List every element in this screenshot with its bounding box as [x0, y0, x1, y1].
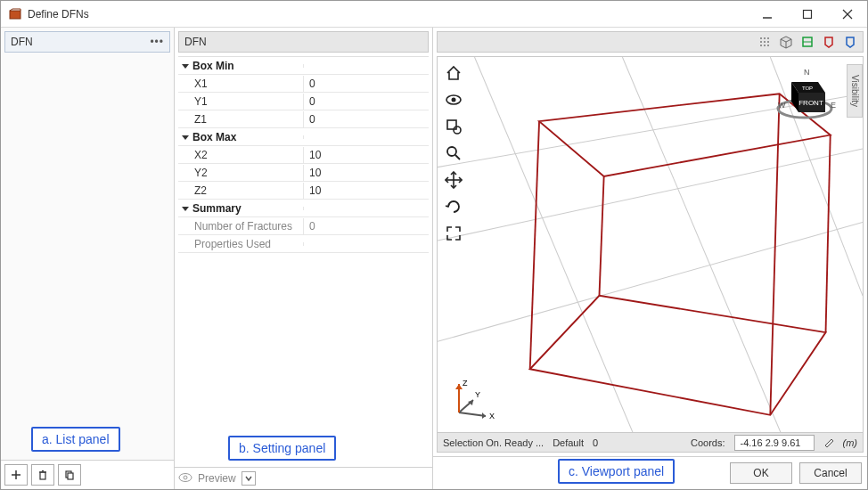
svg-rect-11: [68, 473, 73, 479]
svg-marker-65: [455, 384, 463, 389]
svg-point-44: [454, 127, 461, 134]
svg-point-15: [764, 37, 766, 39]
list-item[interactable]: DFN •••: [4, 31, 170, 53]
pan-icon[interactable]: [443, 169, 464, 191]
viewport-3d[interactable]: FRONT TOP W E N X Y Z: [437, 56, 864, 453]
status-default: Default: [553, 437, 584, 448]
svg-line-37: [530, 121, 539, 369]
dialog-body: DFN ••• a. List panel DFN: [1, 28, 867, 489]
svg-text:TOP: TOP: [802, 86, 813, 91]
handle-icon[interactable]: [756, 33, 774, 51]
maximize-button[interactable]: [787, 1, 827, 28]
dialog-window: Define DFNs DFN ••• a. List panel: [0, 0, 868, 490]
cancel-button[interactable]: Cancel: [799, 462, 862, 484]
svg-line-30: [438, 149, 863, 241]
svg-point-42: [452, 98, 456, 102]
svg-text:FRONT: FRONT: [798, 99, 823, 107]
svg-point-17: [760, 41, 762, 43]
svg-text:Y: Y: [475, 390, 480, 399]
caret-icon: [182, 207, 189, 211]
svg-point-13: [184, 476, 187, 479]
pencil-icon[interactable]: [823, 437, 834, 449]
prop-row-z2[interactable]: Z210: [178, 182, 429, 200]
viewport-header: [437, 31, 864, 53]
blue-icon[interactable]: [841, 33, 859, 51]
svg-line-46: [455, 155, 460, 159]
caret-icon: [182, 135, 189, 140]
svg-text:E: E: [831, 101, 836, 110]
green-icon[interactable]: [798, 33, 816, 51]
prop-row-props: Properties Used: [178, 235, 429, 253]
prop-row-nfrac: Number of Fractures0: [178, 217, 429, 235]
list-item-more-icon[interactable]: •••: [150, 36, 164, 48]
caret-icon: [182, 64, 189, 69]
list-toolbar: [1, 460, 174, 489]
svg-line-38: [770, 94, 779, 415]
section-box-min[interactable]: Box Min: [178, 57, 429, 75]
annotation-settings: b. Setting panel: [228, 436, 336, 461]
preview-dropdown[interactable]: [242, 471, 256, 486]
svg-rect-7: [40, 472, 45, 479]
svg-text:W: W: [778, 101, 786, 110]
preview-bar: Preview: [175, 467, 432, 489]
svg-line-40: [599, 176, 603, 296]
svg-rect-0: [10, 11, 20, 19]
svg-point-12: [179, 473, 192, 481]
settings-panel: DFN Box Min X10 Y10 Z10 Box Max X210 Y21…: [175, 28, 433, 489]
svg-point-22: [767, 45, 769, 46]
annotation-list: a. List panel: [31, 427, 120, 452]
ok-button[interactable]: OK: [730, 462, 792, 484]
copy-button[interactable]: [58, 464, 81, 486]
svg-point-45: [447, 147, 456, 156]
svg-point-19: [767, 41, 769, 43]
status-count: 0: [593, 437, 598, 448]
svg-line-58: [459, 412, 486, 416]
svg-line-33: [622, 57, 789, 452]
prop-row-y1[interactable]: Y10: [178, 93, 429, 110]
prop-row-x1[interactable]: X10: [178, 75, 429, 93]
preview-label: Preview: [198, 472, 236, 485]
property-table: Box Min X10 Y10 Z10 Box Max X210 Y210 Z2…: [178, 56, 429, 467]
delete-button[interactable]: [31, 464, 54, 486]
red-icon[interactable]: [820, 33, 838, 51]
zoom-window-icon[interactable]: [443, 116, 464, 137]
prop-row-y2[interactable]: Y210: [178, 164, 429, 182]
svg-point-20: [760, 45, 762, 46]
section-summary[interactable]: Summary: [178, 200, 429, 217]
prop-row-z1[interactable]: Z10: [178, 110, 429, 128]
minimize-button[interactable]: [747, 1, 787, 28]
rotate-icon[interactable]: [443, 196, 464, 217]
prop-row-x2[interactable]: X210: [178, 146, 429, 164]
status-selection: Selection On. Ready ...: [443, 437, 544, 448]
svg-text:Z: Z: [463, 379, 468, 388]
add-button[interactable]: [4, 464, 28, 486]
window-title: Define DFNs: [28, 8, 747, 20]
zoom-icon[interactable]: [443, 143, 464, 164]
expand-icon[interactable]: [443, 223, 464, 244]
svg-text:X: X: [489, 412, 495, 421]
section-box-max[interactable]: Box Max: [178, 128, 429, 146]
home-icon[interactable]: [443, 62, 464, 84]
eye-icon[interactable]: [443, 89, 464, 110]
annotation-viewport: c. Viewport panel: [558, 459, 675, 484]
svg-line-32: [474, 57, 641, 452]
app-icon: [8, 7, 22, 21]
svg-marker-59: [482, 412, 486, 419]
titlebar: Define DFNs: [1, 1, 867, 28]
svg-line-39: [826, 135, 831, 333]
close-button[interactable]: [827, 1, 867, 28]
viewport-status-bar: Selection On. Ready ... Default 0 Coords…: [438, 432, 863, 452]
svg-point-16: [767, 37, 769, 39]
svg-point-18: [764, 41, 766, 43]
viewport-tools: [443, 62, 464, 244]
cube-icon[interactable]: [777, 33, 795, 51]
viewport-panel: FRONT TOP W E N X Y Z: [433, 28, 867, 489]
svg-text:N: N: [804, 68, 810, 77]
list-item-label: DFN: [11, 36, 33, 48]
unit-label: (m): [843, 437, 858, 448]
visibility-tab[interactable]: Visibility: [847, 64, 863, 118]
coords-label: Coords:: [691, 437, 725, 448]
view-cube[interactable]: FRONT TOP W E N: [774, 66, 836, 126]
svg-point-14: [760, 37, 762, 39]
coords-value: -4.16 2.9 9.61: [734, 435, 815, 451]
